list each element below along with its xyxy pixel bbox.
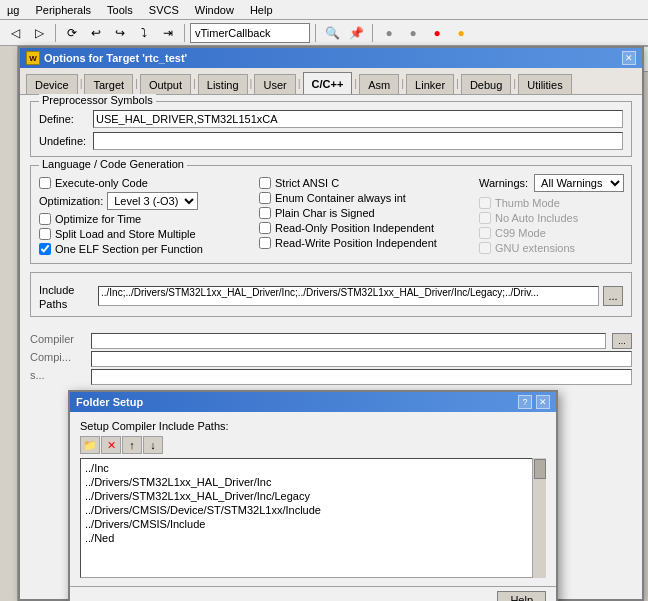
read-only-label: Read-Only Position Independent (275, 222, 434, 234)
gnu-ext-checkbox (479, 242, 491, 254)
toolbar-btn-3[interactable]: ↪ (109, 22, 131, 44)
tab-asm[interactable]: Asm (359, 74, 399, 94)
split-load-checkbox[interactable] (39, 228, 51, 240)
exec-only-checkbox[interactable] (39, 177, 51, 189)
folder-help-footer-button[interactable]: Help (497, 591, 546, 601)
undefine-row: Undefine: (39, 132, 623, 150)
folder-titlebar: Folder Setup ? ✕ (70, 392, 556, 412)
plain-char-label: Plain Char is Signed (275, 207, 375, 219)
folder-help-button[interactable]: ? (518, 395, 532, 409)
new-folder-button[interactable]: 📁 (80, 436, 100, 454)
menu-item-ug[interactable]: µg (4, 4, 22, 16)
tab-listing[interactable]: Listing (198, 74, 248, 94)
warnings-select[interactable]: All Warnings (534, 174, 624, 192)
forward-button[interactable]: ▷ (28, 22, 50, 44)
menu-bar: µg Peripherals Tools SVCS Window Help (0, 0, 648, 20)
codegen-col2: Strict ANSI C Enum Container always int … (259, 174, 479, 255)
include-paths-input[interactable]: ../Inc;../Drivers/STM32L1xx_HAL_Driver/I… (98, 286, 599, 306)
folder-content: Setup Compiler Include Paths: 📁 ✕ ↑ ↓ ..… (70, 412, 556, 586)
opt-time-label: Optimize for Time (55, 213, 141, 225)
dialog-close-button[interactable]: ✕ (622, 51, 636, 65)
toolbar-dot3[interactable]: ● (426, 22, 448, 44)
read-only-checkbox[interactable] (259, 222, 271, 234)
menu-item-help[interactable]: Help (247, 4, 276, 16)
content-area: Preprocessor Symbols Define: Undefine: L… (20, 95, 642, 331)
include-row: Include Paths ../Inc;../Drivers/STM32L1x… (39, 281, 623, 312)
folder-scrollbar[interactable] (532, 458, 546, 578)
tab-cpp[interactable]: C/C++ (303, 72, 353, 94)
one-elf-checkbox[interactable] (39, 243, 51, 255)
tab-utilities[interactable]: Utilities (518, 74, 571, 94)
menu-item-svcs[interactable]: SVCS (146, 4, 182, 16)
tab-target[interactable]: Target (84, 74, 133, 94)
list-item-0[interactable]: ../Inc (83, 461, 543, 475)
split-load-label: Split Load and Store Multiple (55, 228, 196, 240)
menu-item-peripherals[interactable]: Peripherals (32, 4, 94, 16)
tab-device[interactable]: Device (26, 74, 78, 94)
folder-close-button[interactable]: ✕ (536, 395, 550, 409)
list-item-4[interactable]: ../Drivers/CMSIS/Include (83, 517, 543, 531)
toolbar-btn-4[interactable]: ⤵ (133, 22, 155, 44)
read-write-row: Read-Write Position Independent (259, 237, 479, 249)
toolbar-btn-2[interactable]: ↩ (85, 22, 107, 44)
back-button[interactable]: ◁ (4, 22, 26, 44)
strict-ansi-checkbox[interactable] (259, 177, 271, 189)
enum-int-label: Enum Container always int (275, 192, 406, 204)
tab-debug[interactable]: Debug (461, 74, 511, 94)
compiler-browse-btn[interactable]: ... (612, 333, 632, 349)
read-only-row: Read-Only Position Independent (259, 222, 479, 234)
strict-ansi-row: Strict ANSI C (259, 177, 479, 189)
include-paths-group: Include Paths ../Inc;../Drivers/STM32L1x… (30, 272, 632, 317)
plain-char-checkbox[interactable] (259, 207, 271, 219)
read-write-checkbox[interactable] (259, 237, 271, 249)
optimization-select[interactable]: Level 3 (-O3) (107, 192, 198, 210)
toolbar-btn-5[interactable]: ⇥ (157, 22, 179, 44)
opt-time-checkbox[interactable] (39, 213, 51, 225)
browse-button[interactable]: ... (603, 286, 623, 306)
menu-item-window[interactable]: Window (192, 4, 237, 16)
c99-row: C99 Mode (479, 227, 639, 239)
gnu-ext-row: GNU extensions (479, 242, 639, 254)
list-item-3[interactable]: ../Drivers/CMSIS/Device/ST/STM32L1xx/Inc… (83, 503, 543, 517)
include-label: Include Paths (39, 281, 94, 312)
move-down-button[interactable]: ↓ (143, 436, 163, 454)
toolbar-dot1[interactable]: ● (378, 22, 400, 44)
delete-button[interactable]: ✕ (101, 436, 121, 454)
warnings-label: Warnings: (479, 177, 528, 189)
callback-dropdown[interactable]: vTimerCallback (190, 23, 310, 43)
tab-user[interactable]: User (254, 74, 295, 94)
codegen-col3: Warnings: All Warnings Thumb Mode No Aut… (479, 174, 639, 255)
toolbar-dot4[interactable]: ● (450, 22, 472, 44)
tab-linker[interactable]: Linker (406, 74, 454, 94)
enum-int-checkbox[interactable] (259, 192, 271, 204)
toolbar-pin-btn[interactable]: 📌 (345, 22, 367, 44)
callback-name: vTimerCallback (195, 27, 270, 39)
toolbar-separator-3 (315, 24, 316, 42)
list-item-2[interactable]: ../Drivers/STM32L1xx_HAL_Driver/Inc/Lega… (83, 489, 543, 503)
define-input[interactable] (93, 110, 623, 128)
opt-time-row: Optimize for Time (39, 213, 259, 225)
c99-label: C99 Mode (495, 227, 546, 239)
move-up-button[interactable]: ↑ (122, 436, 142, 454)
toolbar-separator-2 (184, 24, 185, 42)
sidebar-strip (0, 46, 18, 601)
toolbar-dot2[interactable]: ● (402, 22, 424, 44)
exec-only-row: Execute-only Code (39, 177, 259, 189)
list-item-5[interactable]: ../Ned (83, 531, 543, 545)
thumb-mode-row: Thumb Mode (479, 197, 639, 209)
title-buttons: ✕ (622, 51, 636, 65)
define-label: Define: (39, 113, 89, 125)
tab-output[interactable]: Output (140, 74, 191, 94)
optimization-label: Optimization: (39, 195, 103, 207)
split-load-row: Split Load and Store Multiple (39, 228, 259, 240)
undefine-input[interactable] (93, 132, 623, 150)
toolbar-btn-1[interactable]: ⟳ (61, 22, 83, 44)
codegen-col1: Execute-only Code Optimization: Level 3 … (39, 174, 259, 255)
scroll-thumb[interactable] (534, 459, 546, 479)
one-elf-label: One ELF Section per Function (55, 243, 203, 255)
exec-only-label: Execute-only Code (55, 177, 148, 189)
toolbar-search-btn[interactable]: 🔍 (321, 22, 343, 44)
menu-item-tools[interactable]: Tools (104, 4, 136, 16)
list-item-1[interactable]: ../Drivers/STM32L1xx_HAL_Driver/Inc (83, 475, 543, 489)
folder-list[interactable]: ../Inc ../Drivers/STM32L1xx_HAL_Driver/I… (80, 458, 546, 578)
